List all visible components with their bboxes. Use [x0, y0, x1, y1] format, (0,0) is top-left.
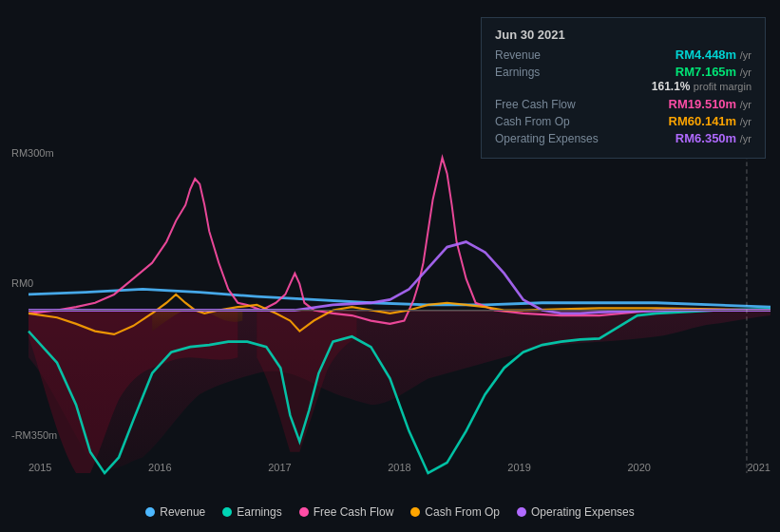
tooltip-fcf-row: Free Cash Flow RM19.510m /yr [495, 97, 751, 111]
tooltip-earnings-value: RM7.165m /yr [675, 65, 751, 79]
legend-opex-label: Operating Expenses [531, 505, 635, 519]
tooltip-cashop-value: RM60.141m /yr [669, 114, 751, 128]
x-label-2021: 2021 [747, 462, 770, 473]
x-label-2016: 2016 [148, 462, 171, 473]
legend-earnings[interactable]: Earnings [222, 505, 281, 519]
x-label-2017: 2017 [268, 462, 291, 473]
legend-fcf-label: Free Cash Flow [314, 505, 394, 519]
tooltip-date: Jun 30 2021 [495, 28, 751, 42]
tooltip-revenue-label: Revenue [495, 48, 609, 62]
tooltip-earnings-label: Earnings [495, 66, 609, 79]
tooltip-opex-row: Operating Expenses RM6.350m /yr [495, 131, 751, 145]
legend-fcf-dot [299, 507, 309, 517]
x-label-2019: 2019 [507, 462, 530, 473]
chart-svg [29, 147, 770, 473]
x-labels: 2015 2016 2017 2018 2019 2020 2021 [29, 462, 770, 473]
chart-container: Jun 30 2021 Revenue RM4.448m /yr Earning… [0, 0, 780, 532]
tooltip-fcf-label: Free Cash Flow [495, 98, 609, 111]
tooltip-profit-margin: 161.1% profit margin [495, 80, 751, 93]
legend-revenue[interactable]: Revenue [145, 505, 205, 519]
tooltip-revenue-row: Revenue RM4.448m /yr [495, 48, 751, 62]
legend-opex-dot [517, 507, 526, 517]
tooltip-box: Jun 30 2021 Revenue RM4.448m /yr Earning… [481, 17, 766, 159]
tooltip-opex-value: RM6.350m /yr [675, 131, 751, 145]
tooltip-earnings-row: Earnings RM7.165m /yr [495, 65, 751, 79]
legend: Revenue Earnings Free Cash Flow Cash Fro… [0, 505, 780, 519]
legend-earnings-label: Earnings [237, 505, 281, 519]
tooltip-opex-label: Operating Expenses [495, 132, 609, 145]
tooltip-cashop-label: Cash From Op [495, 115, 609, 128]
legend-earnings-dot [222, 507, 232, 517]
legend-cashop-label: Cash From Op [425, 505, 500, 519]
legend-cashop-dot [410, 507, 420, 517]
chart-svg-area [29, 147, 770, 473]
tooltip-cashop-row: Cash From Op RM60.141m /yr [495, 114, 751, 128]
x-label-2015: 2015 [29, 462, 51, 473]
tooltip-revenue-value: RM4.448m /yr [675, 48, 751, 62]
tooltip-fcf-value: RM19.510m /yr [669, 97, 751, 111]
x-label-2018: 2018 [388, 462, 410, 473]
legend-opex[interactable]: Operating Expenses [517, 505, 635, 519]
legend-revenue-label: Revenue [160, 505, 205, 519]
legend-cashop[interactable]: Cash From Op [410, 505, 500, 519]
x-label-2020: 2020 [627, 462, 650, 473]
legend-revenue-dot [145, 507, 155, 517]
legend-fcf[interactable]: Free Cash Flow [299, 505, 394, 519]
